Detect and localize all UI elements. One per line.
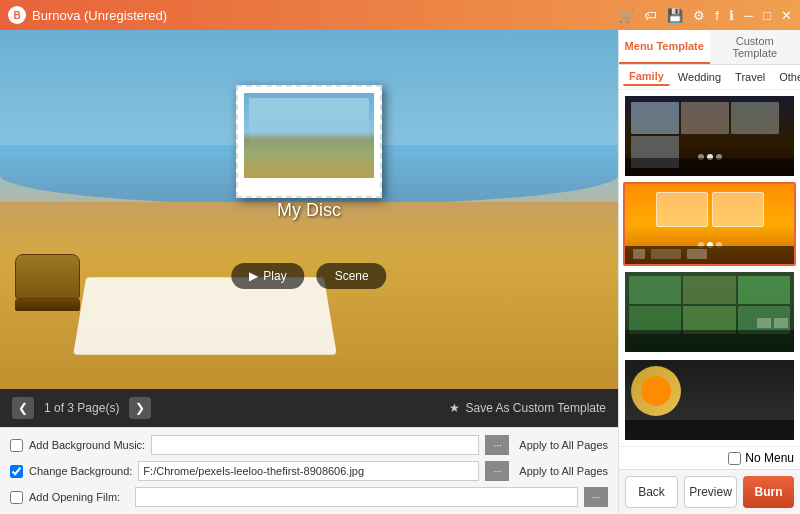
prev-page-button[interactable]: ❮ xyxy=(12,397,34,419)
info-icon[interactable]: ℹ xyxy=(729,8,734,23)
preview-button[interactable]: Preview xyxy=(684,476,737,508)
menu-template-tab[interactable]: Menu Template xyxy=(619,30,710,64)
change-bg-browse-button[interactable]: ··· xyxy=(485,461,509,481)
tag-icon[interactable]: 🏷 xyxy=(644,8,657,23)
title-bar-left: B Burnova (Unregistered) xyxy=(8,6,167,24)
bg-music-browse-button[interactable]: ··· xyxy=(485,435,509,455)
main-container: My Disc ▶ Play Scene ❮ 1 of 3 Page(s) ❯ xyxy=(0,30,800,514)
bg-music-apply-label: Apply to All Pages xyxy=(519,439,608,451)
template-thumb-1[interactable] xyxy=(623,94,796,178)
custom-template-tab[interactable]: Custom Template xyxy=(710,30,801,64)
close-button[interactable]: ✕ xyxy=(781,8,792,23)
bg-music-label: Add Background Music: xyxy=(29,439,145,451)
back-button[interactable]: Back xyxy=(625,476,678,508)
file-icon[interactable]: 💾 xyxy=(667,8,683,23)
cat-wedding-tab[interactable]: Wedding xyxy=(672,69,727,85)
nav-bar: ❮ 1 of 3 Page(s) ❯ ★ Save As Custom Temp… xyxy=(0,389,618,427)
cat-travel-tab[interactable]: Travel xyxy=(729,69,771,85)
no-menu-checkbox[interactable] xyxy=(728,452,741,465)
star-icon: ★ xyxy=(449,401,460,415)
disc-title: My Disc xyxy=(277,200,341,221)
page-info: 1 of 3 Page(s) xyxy=(44,401,119,415)
cat-others-tab[interactable]: Others xyxy=(773,69,800,85)
preview-buttons: ▶ Play Scene xyxy=(231,263,386,289)
bg-music-input[interactable] xyxy=(151,435,479,455)
app-logo: B xyxy=(8,6,26,24)
basket xyxy=(15,254,80,309)
change-bg-apply-label: Apply to All Pages xyxy=(519,465,608,477)
cat-family-tab[interactable]: Family xyxy=(623,68,670,86)
play-button[interactable]: ▶ Play xyxy=(231,263,304,289)
opening-film-label: Add Opening Film: xyxy=(29,491,129,503)
bg-music-checkbox[interactable] xyxy=(10,439,23,452)
play-icon: ▶ xyxy=(249,269,258,283)
facebook-icon[interactable]: f xyxy=(715,8,719,23)
stamp-photo xyxy=(236,85,382,198)
cart-icon[interactable]: 🛒 xyxy=(618,8,634,23)
preview-area: My Disc ▶ Play Scene ❮ 1 of 3 Page(s) ❯ xyxy=(0,30,618,514)
change-bg-input[interactable] xyxy=(138,461,479,481)
opening-film-input[interactable] xyxy=(135,487,578,507)
preview-canvas: My Disc ▶ Play Scene xyxy=(0,30,618,389)
title-bar: B Burnova (Unregistered) 🛒 🏷 💾 ⚙ f ℹ ─ □… xyxy=(0,0,800,30)
title-bar-icons: 🛒 🏷 💾 ⚙ f ℹ ─ □ ✕ xyxy=(618,8,792,23)
options-bar: Add Background Music: ··· Apply to All P… xyxy=(0,427,618,514)
template-tabs: Menu Template Custom Template xyxy=(619,30,800,65)
next-icon: ❯ xyxy=(135,401,145,415)
templates-list xyxy=(619,90,800,446)
opening-film-browse-button[interactable]: ··· xyxy=(584,487,608,507)
no-menu-label: No Menu xyxy=(745,451,794,465)
template-thumb-4[interactable] xyxy=(623,358,796,442)
bottom-buttons: Back Preview Burn xyxy=(619,469,800,514)
app-title: Burnova (Unregistered) xyxy=(32,8,167,23)
next-page-button[interactable]: ❯ xyxy=(129,397,151,419)
change-bg-label: Change Background: xyxy=(29,465,132,477)
prev-icon: ❮ xyxy=(18,401,28,415)
change-bg-checkbox[interactable] xyxy=(10,465,23,478)
template-thumb-3[interactable] xyxy=(623,270,796,354)
right-panel: Menu Template Custom Template Family Wed… xyxy=(618,30,800,514)
template-thumb-2[interactable] xyxy=(623,182,796,266)
change-bg-row: Change Background: ··· Apply to All Page… xyxy=(10,460,608,482)
opening-film-checkbox[interactable] xyxy=(10,491,23,504)
maximize-button[interactable]: □ xyxy=(763,8,771,23)
category-tabs: Family Wedding Travel Others ❯ xyxy=(619,65,800,90)
opening-film-row: Add Opening Film: ··· xyxy=(10,486,608,508)
bg-music-row: Add Background Music: ··· Apply to All P… xyxy=(10,434,608,456)
minimize-button[interactable]: ─ xyxy=(744,8,753,23)
burn-button[interactable]: Burn xyxy=(743,476,794,508)
no-menu-row: No Menu xyxy=(619,446,800,469)
settings-icon[interactable]: ⚙ xyxy=(693,8,705,23)
scene-button[interactable]: Scene xyxy=(317,263,387,289)
save-template-button[interactable]: ★ Save As Custom Template xyxy=(449,401,606,415)
